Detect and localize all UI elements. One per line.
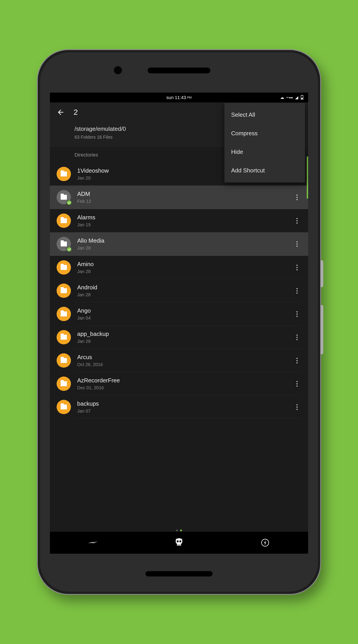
scrollbar-indicator	[307, 156, 308, 198]
folder-icon[interactable]	[57, 214, 71, 228]
speaker-top	[148, 68, 210, 73]
folder-date: Jan 07	[77, 408, 292, 414]
more-menu-icon[interactable]	[292, 239, 301, 249]
folder-date: Feb 12	[77, 199, 292, 204]
volume-button	[321, 305, 323, 354]
folder-name: Android	[77, 284, 292, 291]
folder-date: Jan 28	[77, 339, 292, 344]
svg-rect-11	[179, 544, 179, 546]
directory-list[interactable]: 1VideoshowJan 20ADMFeb 12AlarmsJan 19All…	[50, 162, 308, 418]
screen: sun 11:43 PM ☁ ✂●● ◢ 2	[50, 92, 308, 554]
folder-icon[interactable]	[57, 307, 71, 321]
status-ampm: PM	[187, 96, 192, 99]
folder-date: Dec 01, 2016	[77, 385, 292, 390]
status-icons: ☁ ✂●● ◢	[280, 92, 304, 102]
folder-row[interactable]: AngoJan 04	[50, 302, 308, 326]
status-bar: sun 11:43 PM ☁ ✂●● ◢	[50, 92, 308, 102]
svg-point-7	[179, 540, 181, 542]
svg-marker-14	[264, 540, 266, 545]
more-menu-icon[interactable]	[292, 309, 301, 319]
folder-name: ADM	[77, 190, 292, 198]
folder-icon[interactable]	[57, 330, 71, 344]
menu-select-all[interactable]: Select All	[224, 106, 305, 124]
more-menu-icon[interactable]	[292, 356, 301, 366]
folder-name: Amino	[77, 261, 292, 268]
folder-name: Alarms	[77, 214, 292, 221]
selection-count: 2	[74, 108, 78, 116]
folder-row[interactable]: app_backupJan 28	[50, 326, 308, 349]
folder-name: backups	[77, 400, 292, 407]
folder-icon[interactable]	[57, 237, 71, 251]
cloud-icon: ☁	[280, 95, 284, 100]
folder-name: Arcus	[77, 354, 292, 361]
folder-date: Jan 28	[77, 269, 292, 274]
more-menu-icon[interactable]	[292, 216, 301, 226]
nav-skull-icon[interactable]	[136, 532, 222, 554]
folder-row[interactable]: AndroidJan 28	[50, 279, 308, 302]
scissors-icon: ✂●●	[286, 96, 293, 99]
more-menu-icon[interactable]	[292, 286, 301, 296]
menu-add-shortcut[interactable]: Add Shortcut	[224, 161, 305, 180]
more-menu-icon[interactable]	[292, 262, 301, 272]
status-time: sun 11:43	[166, 95, 186, 100]
folder-icon[interactable]	[57, 400, 71, 414]
folder-date: Jan 04	[77, 316, 292, 321]
folder-name: AzRecorderFree	[77, 377, 292, 384]
bottom-nav	[50, 532, 308, 554]
folder-date: Jan 19	[77, 222, 292, 228]
more-menu-icon[interactable]	[292, 402, 301, 412]
svg-marker-3	[88, 541, 98, 544]
folder-name: app_backup	[77, 330, 292, 338]
check-badge-icon	[67, 247, 72, 252]
folder-row[interactable]: AzRecorderFreeDec 01, 2016	[50, 372, 308, 395]
nav-flash-icon[interactable]	[50, 532, 136, 554]
context-menu: Select All Compress Hide Add Shortcut	[224, 103, 305, 182]
folder-icon[interactable]	[57, 167, 71, 181]
power-button	[321, 260, 323, 287]
folder-row[interactable]: Allo MediaJan 28	[50, 232, 308, 256]
folder-date: Jan 28	[77, 292, 292, 298]
page-dot-active	[180, 530, 182, 531]
signal-icon: ◢	[295, 95, 298, 100]
menu-compress[interactable]: Compress	[224, 124, 305, 143]
folder-name: Ango	[77, 307, 292, 314]
back-arrow-icon[interactable]	[57, 108, 65, 116]
folder-icon[interactable]	[57, 260, 71, 274]
more-menu-icon[interactable]	[292, 192, 301, 202]
check-badge-icon	[67, 200, 72, 205]
folder-icon[interactable]	[57, 353, 71, 368]
menu-hide[interactable]: Hide	[224, 143, 305, 161]
nav-bolt-circle-icon[interactable]	[222, 532, 308, 554]
device-frame: sun 11:43 PM ☁ ✂●● ◢ 2	[37, 49, 321, 595]
page-dot	[176, 530, 178, 531]
folder-row[interactable]: AminoJan 28	[50, 256, 308, 279]
folder-row[interactable]: ArcusOct 26, 2016	[50, 349, 308, 372]
svg-rect-2	[302, 95, 302, 96]
device-inner: sun 11:43 PM ☁ ✂●● ◢ 2	[40, 52, 318, 592]
battery-icon	[300, 95, 304, 100]
folder-row[interactable]: AlarmsJan 19	[50, 209, 308, 232]
svg-rect-1	[301, 98, 303, 99]
svg-point-6	[177, 540, 179, 542]
folder-date: Jan 28	[77, 246, 292, 251]
folder-name: Allo Media	[77, 237, 292, 244]
more-menu-icon[interactable]	[292, 379, 301, 389]
folder-row[interactable]: ADMFeb 12	[50, 186, 308, 209]
folder-icon[interactable]	[57, 284, 71, 298]
front-camera	[114, 66, 122, 74]
more-menu-icon[interactable]	[292, 332, 301, 342]
svg-rect-10	[178, 544, 178, 546]
folder-date: Oct 26, 2016	[77, 362, 292, 367]
folder-icon[interactable]	[57, 190, 71, 204]
page-indicator	[176, 530, 182, 531]
folder-row[interactable]: backupsJan 07	[50, 395, 308, 418]
speaker-bottom	[145, 571, 213, 576]
folder-icon[interactable]	[57, 376, 71, 391]
svg-rect-12	[180, 544, 180, 546]
